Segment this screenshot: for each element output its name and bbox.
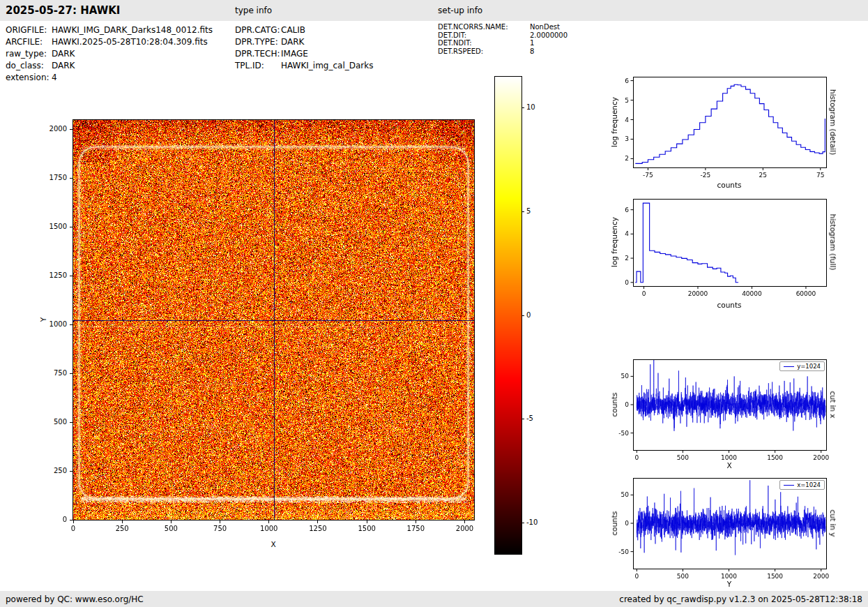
cut-in-x-right-label: cut in x [829,391,837,418]
meta-row: ORIGFILE:HAWKI_IMG_DARK_Darks148_0012.fi… [6,24,213,36]
cut-in-y-legend: x=1024 [779,480,825,490]
histogram-detail-right-label: histogram (detail) [829,89,837,155]
tick-mark [70,324,73,325]
meta-label: DPR.TECH: [235,48,281,60]
tick-mark [70,520,73,520]
tick-label: 2000 [40,125,67,133]
meta-value: HAWKI_img_cal_Darks [281,60,374,72]
meta-row: TPL.ID:HAWKI_img_cal_Darks [235,60,374,72]
colorbar [494,76,522,555]
meta-row: DET.NCORRS.NAME:NonDest [438,23,568,31]
tick-label: 500 [40,418,67,426]
meta-value: 2.0000000 [530,31,568,40]
cut-in-x-legend: y=1024 [779,361,825,371]
tick-mark [70,227,73,227]
header-bar: 2025-05-27: HAWKI type info set-up info [0,0,868,21]
metadata-file-block: ORIGFILE:HAWKI_IMG_DARK_Darks148_0012.fi… [6,24,213,84]
meta-value: HAWKI_IMG_DARK_Darks148_0012.fits [52,24,213,36]
footer-bar: powered by QC: www.eso.org/HC created by… [0,591,868,607]
tick-label: 5 [526,207,531,215]
tick-label: 1750 [403,525,428,532]
tick-mark [521,107,524,108]
meta-value: 1 [530,39,534,47]
histogram-detail-ylabel: log frequency [610,97,618,147]
meta-value: 8 [530,47,534,56]
meta-value: 4 [52,72,57,84]
tick-label: 1750 [40,174,67,181]
tick-label: -10 [526,518,538,526]
footer-created-by-text: created by qc_rawdisp.py v1.2.3 on 2025-… [619,594,862,604]
meta-row: ARCFILE:HAWKI.2025-05-28T10:28:04.309.fi… [6,36,213,48]
legend-line-icon [784,485,794,486]
meta-value: NonDest [530,23,560,31]
legend-line-icon [784,366,794,367]
histogram-full-canvas [598,189,832,308]
meta-row: DET.NDIT:1 [438,39,568,47]
tick-mark [171,520,172,523]
tick-mark [70,129,73,130]
tick-label: 0 [40,516,67,523]
footer-powered-by-text: powered by QC: www.eso.org/HC [6,594,144,604]
tick-label: 1250 [40,271,67,279]
meta-label: ORIGFILE: [6,24,52,36]
tick-label: -5 [526,414,533,422]
tick-label: 0 [61,525,86,532]
cut-in-y-ylabel: counts [610,511,618,535]
tick-mark [367,520,367,523]
type-info-section-label: type info [235,6,272,15]
meta-label: DPR.TYPE: [235,36,281,48]
meta-row: DPR.CATG:CALIB [235,24,374,36]
meta-value: HAWKI.2025-05-28T10:28:04.309.fits [52,36,208,48]
colorbar-canvas [495,77,521,554]
metadata-type-block: DPR.CATG:CALIB DPR.TYPE:DARK DPR.TECH:IM… [235,24,374,72]
meta-label: DET.DIT: [438,31,530,40]
histogram-full-xlabel: counts [717,301,741,309]
histogram-detail-xlabel: counts [717,181,741,189]
histogram-full-right-label: histogram (full) [829,214,837,271]
meta-row: DET.RSPEED:8 [438,47,568,56]
raw-image-panel [73,119,475,520]
tick-mark [416,520,416,523]
meta-row: DPR.TYPE:DARK [235,36,374,48]
tick-mark [464,520,465,523]
tick-label: 250 [40,467,67,474]
tick-label: 1250 [305,525,330,532]
meta-row: do_class:DARK [6,60,213,72]
meta-value: IMAGE [281,48,308,60]
meta-row: raw_type:DARK [6,48,213,60]
tick-mark [70,373,73,374]
cut-in-x-legend-label: y=1024 [797,363,821,370]
meta-value: DARK [52,60,75,72]
qc-report-page: { "header": { "title": "2025-05-27: HAWK… [0,0,868,607]
tick-mark [70,422,73,423]
tick-mark [268,520,269,523]
histogram-full-ylabel: log frequency [610,217,618,267]
cut-in-y-right-label: cut in y [829,509,837,537]
tick-mark [521,315,524,316]
tick-label: 1500 [354,525,379,532]
tick-label: 1500 [40,223,67,230]
setup-info-section-label: set-up info [438,6,482,15]
tick-label: 750 [208,525,233,532]
tick-mark [70,276,73,276]
raw-image-canvas [73,120,474,520]
tick-label: 10 [526,103,535,111]
meta-label: extension: [6,72,52,84]
cut-in-x-ylabel: counts [610,392,618,417]
meta-label: raw_type: [6,48,52,60]
tick-mark [521,419,524,419]
meta-label: DET.RSPEED: [438,47,530,56]
tick-mark [73,520,74,523]
tick-mark [70,178,73,179]
meta-row: extension:4 [6,72,213,84]
meta-label: DET.NCORRS.NAME: [438,23,530,31]
tick-label: 500 [158,525,183,532]
histogram-detail-canvas [598,67,832,190]
tick-label: 250 [109,525,135,532]
meta-row: DPR.TECH:IMAGE [235,48,374,60]
tick-mark [521,211,524,212]
tick-mark [521,523,524,523]
meta-label: DET.NDIT: [438,39,530,47]
main-x-axis-label: X [271,540,275,548]
page-title: 2025-05-27: HAWKI [6,4,120,17]
